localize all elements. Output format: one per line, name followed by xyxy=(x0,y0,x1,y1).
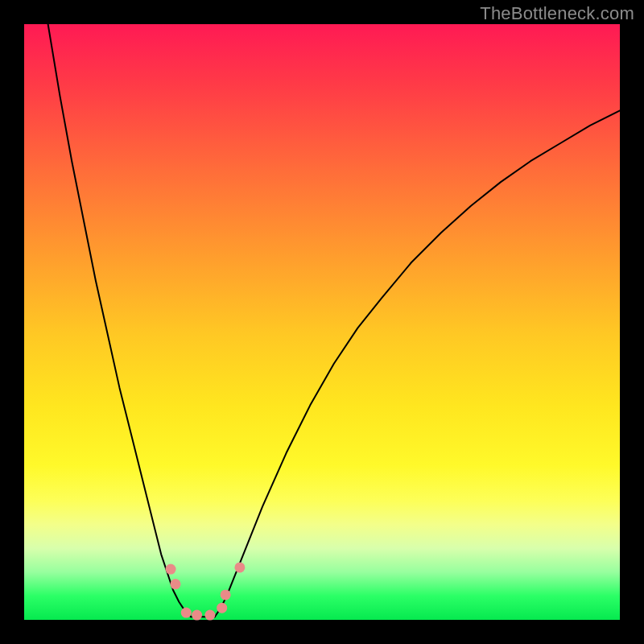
series-right-branch xyxy=(215,110,620,617)
data-point-4 xyxy=(204,610,215,621)
chart-frame: TheBottleneck.com xyxy=(0,0,644,644)
data-point-3 xyxy=(192,610,202,621)
watermark-text: TheBottleneck.com xyxy=(480,3,634,24)
data-point-6 xyxy=(221,589,231,600)
plot-area xyxy=(24,24,620,620)
data-point-5 xyxy=(217,603,227,613)
data-point-2 xyxy=(181,608,192,618)
series-left-branch xyxy=(48,24,192,617)
series-group xyxy=(48,24,620,617)
chart-svg xyxy=(24,24,620,620)
data-point-7 xyxy=(234,562,245,572)
data-point-0 xyxy=(166,564,176,575)
data-point-1 xyxy=(170,579,180,589)
marker-group xyxy=(166,562,246,620)
